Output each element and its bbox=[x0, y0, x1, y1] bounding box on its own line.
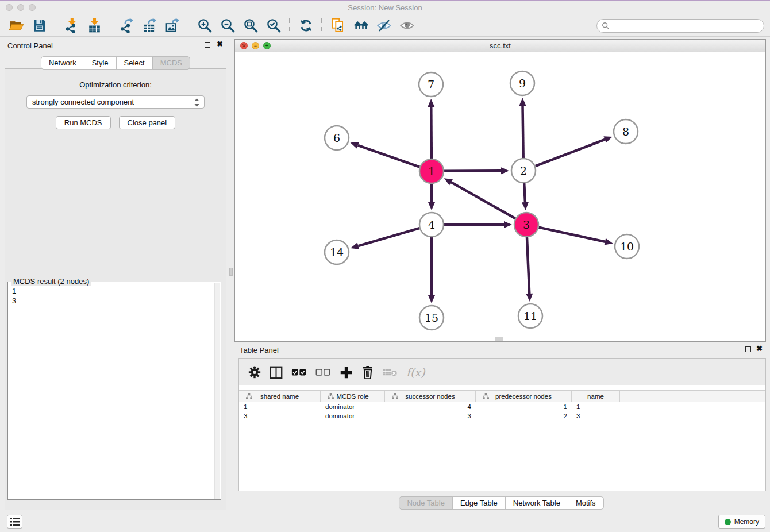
column-header-MCDS-role[interactable]: MCDS role bbox=[321, 391, 385, 402]
table-panel: Table Panel ✖ bbox=[233, 342, 770, 511]
table-tabs: Node TableEdge TableNetwork TableMotifs bbox=[233, 496, 770, 510]
task-history-button[interactable] bbox=[7, 515, 22, 529]
tab-style[interactable]: Style bbox=[84, 56, 117, 70]
tab-network-table[interactable]: Network Table bbox=[505, 496, 568, 510]
graph-edge[interactable] bbox=[536, 140, 605, 166]
horizontal-splitter-grip[interactable] bbox=[495, 337, 503, 341]
tab-network[interactable]: Network bbox=[41, 56, 84, 70]
dropdown-stepper-icon bbox=[194, 98, 200, 109]
graph-edge[interactable] bbox=[524, 183, 525, 202]
graph-edge[interactable] bbox=[358, 228, 419, 246]
show-columns-icon[interactable] bbox=[270, 366, 283, 379]
network-canvas-svg[interactable]: 7968124314101511 bbox=[235, 52, 765, 341]
table-cell: 3 bbox=[239, 413, 321, 419]
graph-node-label: 4 bbox=[428, 218, 435, 231]
mcds-result-text[interactable]: 13 bbox=[12, 286, 213, 306]
node-table-body: 1dominator4113dominator323 bbox=[239, 402, 765, 491]
optimization-criterion-label: Optimization criterion: bbox=[5, 80, 226, 89]
table-row[interactable]: 1dominator411 bbox=[239, 402, 765, 411]
import-network-icon[interactable] bbox=[60, 17, 83, 35]
table-cell: 1 bbox=[239, 403, 321, 410]
graph-edge-arrowhead bbox=[526, 294, 533, 302]
graph-node-label: 10 bbox=[620, 240, 634, 253]
memory-button[interactable]: Memory bbox=[718, 515, 765, 529]
graph-edge[interactable] bbox=[431, 107, 432, 159]
graph-edge[interactable] bbox=[523, 106, 523, 158]
graph-node-label: 9 bbox=[519, 77, 526, 90]
memory-status-icon bbox=[725, 519, 731, 525]
vertical-splitter-grip[interactable] bbox=[229, 268, 233, 276]
zoom-fit-icon[interactable] bbox=[239, 17, 262, 35]
graph-edge[interactable] bbox=[527, 237, 529, 294]
network-window-titlebar: ✕ − + scc.txt bbox=[235, 40, 765, 52]
criterion-dropdown[interactable]: strongly connected component bbox=[26, 95, 205, 109]
table-cell: dominator bbox=[321, 413, 385, 419]
table-panel-header: Table Panel ✖ bbox=[233, 342, 770, 358]
column-label: shared name bbox=[260, 393, 299, 400]
control-panel-header: Control Panel ✖ bbox=[0, 37, 231, 53]
export-image-icon[interactable] bbox=[161, 17, 184, 35]
graph-edge[interactable] bbox=[358, 145, 419, 167]
table-settings-icon[interactable] bbox=[248, 366, 261, 379]
zoom-out-icon[interactable] bbox=[216, 17, 239, 35]
save-session-icon[interactable] bbox=[28, 17, 51, 35]
export-network-icon[interactable] bbox=[115, 17, 138, 35]
table-row[interactable]: 3dominator323 bbox=[239, 411, 765, 421]
close-panel-icon[interactable]: ✖ bbox=[756, 345, 763, 353]
table-cell: 1 bbox=[476, 403, 572, 410]
apply-preferred-layout-icon[interactable] bbox=[349, 17, 372, 35]
graph-node-label: 2 bbox=[520, 164, 527, 177]
show-all-icon[interactable] bbox=[395, 17, 418, 35]
zoom-in-icon[interactable] bbox=[193, 17, 216, 35]
tab-node-table[interactable]: Node Table bbox=[399, 496, 453, 510]
graph-node-label: 14 bbox=[330, 246, 344, 259]
graph-edge-arrowhead bbox=[605, 238, 613, 245]
float-panel-icon[interactable] bbox=[205, 42, 210, 48]
close-panel-icon[interactable]: ✖ bbox=[217, 40, 223, 48]
memory-label: Memory bbox=[734, 518, 759, 526]
export-table-icon[interactable] bbox=[138, 17, 161, 35]
graph-edge-arrowhead bbox=[428, 295, 435, 303]
graph-node-label: 1 bbox=[428, 165, 435, 178]
select-all-icon[interactable] bbox=[291, 368, 307, 377]
tab-motifs[interactable]: Motifs bbox=[568, 496, 604, 510]
new-network-from-selection-icon[interactable] bbox=[326, 17, 349, 35]
search-icon bbox=[602, 22, 610, 30]
open-session-icon[interactable] bbox=[5, 17, 28, 35]
column-header-predecessor-nodes[interactable]: predecessor nodes bbox=[476, 391, 572, 402]
search-field[interactable] bbox=[596, 19, 764, 33]
function-builder-icon: f(x) bbox=[406, 366, 425, 379]
delete-row-icon[interactable] bbox=[361, 366, 374, 379]
column-header-shared-name[interactable]: shared name bbox=[239, 391, 321, 402]
tab-edge-table[interactable]: Edge Table bbox=[452, 496, 506, 510]
search-input[interactable] bbox=[613, 21, 759, 30]
hide-selected-icon[interactable] bbox=[372, 17, 395, 35]
column-header-successor-nodes[interactable]: successor nodes bbox=[385, 391, 476, 402]
run-mcds-button[interactable]: Run MCDS bbox=[56, 116, 111, 129]
graph-edge[interactable] bbox=[538, 228, 605, 242]
network-canvas[interactable]: 7968124314101511 bbox=[235, 52, 765, 341]
mcds-panel: Optimization criterion: strongly connect… bbox=[5, 68, 226, 510]
close-panel-button[interactable]: Close panel bbox=[119, 116, 176, 129]
zoom-selected-icon[interactable] bbox=[262, 17, 285, 35]
table-tab-group: Node TableEdge TableNetwork TableMotifs bbox=[399, 496, 603, 510]
tab-mcds[interactable]: MCDS bbox=[152, 56, 190, 70]
graph-edge-arrowhead bbox=[351, 142, 359, 148]
table-cell: dominator bbox=[321, 403, 385, 410]
float-panel-icon[interactable] bbox=[745, 346, 751, 352]
column-label: name bbox=[587, 393, 604, 400]
deselect-all-icon[interactable] bbox=[315, 368, 331, 377]
refresh-icon[interactable] bbox=[294, 17, 317, 35]
tab-select[interactable]: Select bbox=[116, 56, 153, 70]
graph-node-label: 6 bbox=[333, 132, 340, 144]
node-table-container: f(x) shared nameMCDS rolesuccessor nodes… bbox=[238, 358, 766, 491]
result-scrollbar[interactable] bbox=[214, 283, 220, 499]
graph-edge[interactable] bbox=[451, 182, 515, 218]
column-header-name[interactable]: name bbox=[572, 391, 620, 402]
graph-node-label: 8 bbox=[622, 125, 629, 138]
add-row-icon[interactable] bbox=[340, 366, 353, 379]
graph-edge[interactable] bbox=[444, 171, 501, 171]
import-table-icon[interactable] bbox=[83, 17, 106, 35]
toolbar-separator bbox=[289, 18, 290, 33]
graph-edge-arrowhead bbox=[603, 136, 612, 142]
